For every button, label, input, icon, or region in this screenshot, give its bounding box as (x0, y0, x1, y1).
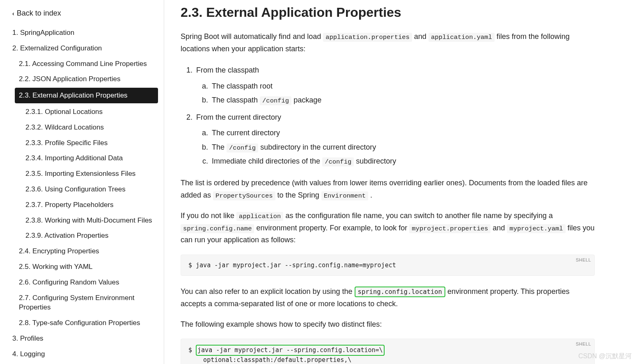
nav-item[interactable]: 2.2. JSON Application Properties (0, 71, 164, 87)
list-item: The classpath /config package (210, 93, 595, 107)
code-app-properties: application.properties (323, 33, 412, 42)
code-spring-config-location-highlighted: spring.config.location (355, 287, 445, 297)
nav-item[interactable]: 2.8. Type-safe Configuration Properties (0, 315, 164, 331)
list-item: Immediate child directories of the /conf… (210, 154, 595, 168)
chevron-left-icon: ‹ (12, 10, 14, 17)
code-spring-config-name: spring.config.name (181, 224, 254, 233)
intro-paragraph: Spring Boot will automatically find and … (181, 31, 595, 55)
main-content: 2.3. External Application Properties Spr… (164, 0, 644, 364)
code-myproject-properties: myproject.properties (409, 224, 490, 233)
code-config: /config (260, 96, 291, 105)
nav-item[interactable]: 2.3.8. Working with Multi-Document Files (0, 213, 164, 228)
list-item: The /config subdirectory in the current … (210, 140, 595, 154)
list-item: From the current directory The current d… (195, 110, 595, 168)
paragraph-config-name: If you do not like application as the co… (181, 210, 595, 246)
paragraph-config-location: You can also refer to an explicit locati… (181, 286, 595, 310)
locations-list: From the classpath The classpath root Th… (195, 63, 595, 168)
nav-item[interactable]: 2.5. Working with YAML (0, 259, 164, 275)
back-label: Back to index (17, 9, 61, 18)
lang-tag: SHELL (576, 341, 591, 348)
page-title: 2.3. External Application Properties (181, 5, 595, 20)
code-application: application (236, 212, 283, 221)
list-item: From the classpath The classpath root Th… (195, 63, 595, 107)
nav-item[interactable]: 2.3.6. Using Configuration Trees (0, 182, 164, 197)
nav-item[interactable]: 2.3. External Application Properties (15, 88, 158, 103)
nav-item[interactable]: 2.3.5. Importing Extensionless Files (0, 166, 164, 182)
nav-item[interactable]: 2.3.4. Importing Additional Data (0, 150, 164, 166)
code-propertysources: PropertySources (213, 191, 275, 200)
nav-item[interactable]: 1. SpringApplication (0, 25, 164, 41)
paragraph-example-intro: The following example shows how to speci… (181, 318, 595, 331)
code-config: /config (322, 157, 354, 166)
code-app-yaml: application.yaml (429, 33, 495, 42)
nav-item[interactable]: 2.3.9. Activation Properties (0, 228, 164, 243)
shell-codeblock-2[interactable]: SHELL$ java -jar myproject.jar --spring.… (181, 339, 595, 364)
code-myproject-yaml: myproject.yaml (507, 224, 565, 233)
nav-item[interactable]: 5. Internationalization (0, 362, 164, 364)
nav-item[interactable]: 2.1. Accessing Command Line Properties (0, 56, 164, 72)
nav-item[interactable]: 2. Externalized Configuration (0, 41, 164, 56)
nav-item[interactable]: 2.3.2. Wildcard Locations (0, 120, 164, 135)
highlighted-command: java -jar myproject.jar --spring.config.… (196, 345, 385, 356)
nav-item[interactable]: 2.4. Encrypting Properties (0, 243, 164, 259)
paragraph-precedence: The list is ordered by precedence (with … (181, 177, 595, 201)
lang-tag: SHELL (576, 257, 591, 264)
shell-codeblock-1[interactable]: SHELL$ java -jar myproject.jar --spring.… (181, 255, 595, 276)
code-environment: Environment (321, 191, 368, 200)
list-item: The classpath root (210, 79, 595, 93)
back-to-index-link[interactable]: ‹ Back to index (0, 6, 164, 25)
nav-item[interactable]: 4. Logging (0, 346, 164, 362)
nav-item[interactable]: 2.3.7. Property Placeholders (0, 197, 164, 213)
nav-item[interactable]: 2.3.3. Profile Specific Files (0, 135, 164, 151)
nav-item[interactable]: 3. Profiles (0, 331, 164, 346)
sidebar-nav: ‹ Back to index 1. SpringApplication2. E… (0, 0, 164, 364)
code-config: /config (227, 143, 258, 152)
nav-item[interactable]: 2.6. Configuring Random Values (0, 275, 164, 290)
list-item: The current directory (210, 126, 595, 140)
nav-item[interactable]: 2.3.1. Optional Locations (0, 104, 164, 120)
nav-item[interactable]: 2.7. Configuring System Environment Prop… (0, 290, 164, 316)
